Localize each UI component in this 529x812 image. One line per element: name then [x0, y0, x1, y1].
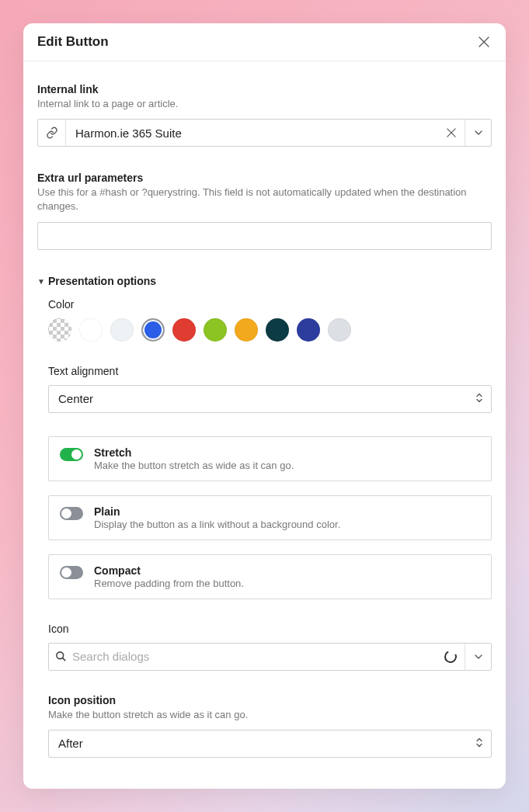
svg-point-0 [56, 652, 63, 659]
icon-field: Icon [48, 623, 492, 671]
loading-spinner-cell [437, 644, 465, 670]
color-swatch-amber[interactable] [235, 318, 258, 342]
internal-link-value[interactable]: Harmon.ie 365 Suite [66, 120, 438, 146]
color-swatch-none[interactable] [48, 318, 71, 342]
compact-toggle[interactable] [60, 566, 83, 579]
clear-icon [447, 128, 456, 137]
link-icon [46, 127, 58, 139]
internal-link-input-row: Harmon.ie 365 Suite [37, 119, 492, 147]
stretch-title: Stretch [94, 446, 480, 459]
color-swatch-lime[interactable] [204, 318, 227, 342]
stretch-toggle[interactable] [60, 448, 83, 461]
internal-link-dropdown[interactable] [465, 120, 491, 146]
link-icon-cell [38, 120, 66, 146]
icon-position-value: After [58, 737, 83, 750]
internal-link-field: Internal link Internal link to a page or… [37, 83, 492, 147]
plain-card: Plain Display the button as a link witho… [48, 495, 492, 540]
icon-position-desc: Make the button stretch as wide as it ca… [48, 708, 492, 722]
internal-link-label: Internal link [37, 83, 492, 95]
presentation-section: Color Text alignment Center Stretch Make… [37, 298, 492, 758]
color-swatch-silver[interactable] [328, 318, 351, 342]
text-alignment-label: Text alignment [48, 365, 492, 377]
icon-position-field: Icon position Make the button stretch as… [48, 694, 492, 758]
compact-title: Compact [94, 564, 480, 577]
chevron-down-icon [474, 652, 483, 661]
stepper-icon [475, 737, 483, 750]
extra-url-desc: Use this for a #hash or ?querystring. Th… [37, 186, 492, 213]
extra-url-label: Extra url parameters [37, 172, 492, 184]
loading-spinner-icon [443, 648, 459, 665]
color-swatch-lightgray[interactable] [110, 318, 134, 342]
compact-desc: Remove padding from the button. [94, 578, 480, 589]
icon-position-label: Icon position [48, 694, 492, 706]
plain-toggle[interactable] [60, 507, 83, 520]
dialog-title: Edit Button [37, 34, 109, 50]
chevron-down-icon [474, 128, 483, 137]
dialog-header: Edit Button [23, 23, 506, 61]
extra-url-field: Extra url parameters Use this for a #has… [37, 172, 492, 249]
presentation-section-toggle[interactable]: Presentation options [37, 275, 492, 287]
dialog-body: Internal link Internal link to a page or… [23, 61, 506, 789]
text-alignment-field: Text alignment Center [48, 365, 492, 413]
plain-desc: Display the button as a link without a b… [94, 519, 480, 530]
stretch-desc: Make the button stretch as wide as it ca… [94, 460, 480, 471]
extra-url-input[interactable] [37, 222, 492, 250]
icon-position-select[interactable]: After [48, 730, 492, 758]
color-label: Color [48, 298, 492, 311]
icon-dropdown[interactable] [465, 644, 491, 670]
color-swatches [48, 318, 492, 342]
search-icon-cell [49, 644, 72, 670]
icon-search-input[interactable] [72, 644, 437, 670]
color-swatch-blue[interactable] [141, 318, 165, 342]
plain-title: Plain [94, 505, 480, 518]
icon-label: Icon [48, 623, 492, 635]
color-swatch-white[interactable] [79, 318, 103, 342]
text-alignment-select[interactable]: Center [48, 385, 492, 413]
svg-line-1 [62, 658, 65, 661]
icon-search-row [48, 643, 492, 671]
color-swatch-red[interactable] [172, 318, 196, 342]
internal-link-desc: Internal link to a page or article. [37, 97, 492, 111]
edit-button-dialog: Edit Button Internal link Internal link … [23, 23, 506, 789]
close-icon [479, 36, 489, 47]
internal-link-clear[interactable] [438, 120, 465, 146]
stretch-card: Stretch Make the button stretch as wide … [48, 436, 492, 481]
compact-card: Compact Remove padding from the button. [48, 554, 492, 599]
close-button[interactable] [476, 34, 492, 50]
stepper-icon [475, 392, 483, 405]
color-swatch-navy[interactable] [297, 318, 320, 342]
color-swatch-teal[interactable] [266, 318, 289, 342]
text-alignment-value: Center [58, 392, 93, 405]
search-icon [55, 651, 67, 662]
